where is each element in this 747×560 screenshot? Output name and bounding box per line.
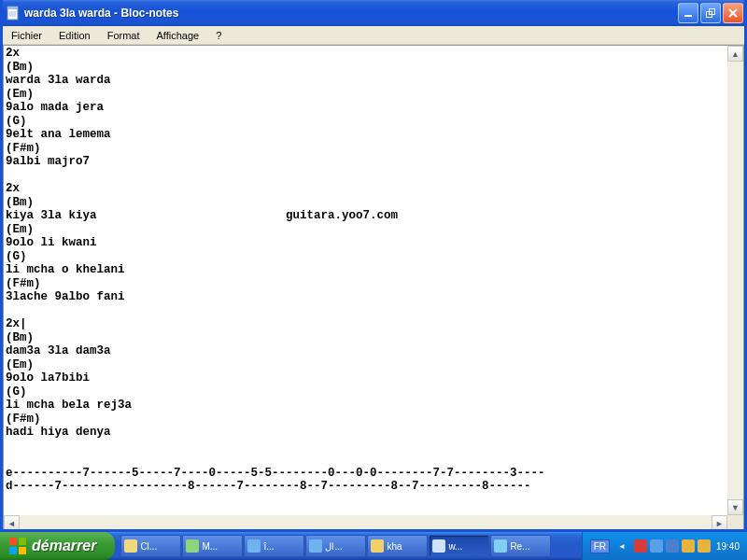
- menu-file[interactable]: Fichier: [4, 28, 49, 43]
- menubar: Fichier Edition Format Affichage ?: [0, 26, 747, 45]
- taskbar: démarrer Cl... M... î... ال... kha w... …: [0, 532, 747, 560]
- tray-icon[interactable]: [698, 539, 711, 553]
- start-label: démarrer: [32, 538, 96, 554]
- taskbar-item[interactable]: Re...: [490, 535, 551, 557]
- vertical-scrollbar[interactable]: ▲ ▼: [727, 46, 743, 515]
- system-tray: FR ◄ 19:40: [582, 532, 747, 560]
- menu-edit[interactable]: Edition: [51, 28, 98, 43]
- language-indicator[interactable]: FR: [590, 539, 610, 553]
- menu-help[interactable]: ?: [208, 28, 229, 43]
- scroll-down-button[interactable]: ▼: [727, 499, 743, 515]
- window-title: warda 3la warda - Bloc-notes: [24, 7, 678, 20]
- taskbar-item[interactable]: M...: [182, 535, 243, 557]
- client-area: 2x (Bm) warda 3la warda (Em) 9alo mada j…: [3, 45, 744, 532]
- menu-view[interactable]: Affichage: [149, 28, 207, 43]
- scroll-right-button[interactable]: ►: [712, 515, 727, 531]
- tray-icon[interactable]: [682, 539, 695, 553]
- windows-logo-icon: [9, 538, 26, 554]
- scroll-left-button[interactable]: ◄: [4, 515, 20, 531]
- window-titlebar: warda 3la warda - Bloc-notes: [0, 0, 747, 26]
- tray-expand-icon[interactable]: ◄: [615, 539, 628, 553]
- scroll-up-button[interactable]: ▲: [727, 46, 743, 62]
- minimize-button[interactable]: [678, 3, 698, 23]
- menu-format[interactable]: Format: [100, 28, 148, 43]
- svg-rect-1: [7, 7, 18, 9]
- text-editor[interactable]: 2x (Bm) warda 3la warda (Em) 9alo mada j…: [4, 46, 727, 515]
- svg-rect-5: [684, 15, 692, 17]
- taskbar-items: Cl... M... î... ال... kha w... Re...: [115, 532, 581, 560]
- taskbar-item[interactable]: Cl...: [120, 535, 181, 557]
- tray-icon[interactable]: [666, 539, 679, 553]
- horizontal-scrollbar[interactable]: ◄ ►: [4, 515, 727, 531]
- start-button[interactable]: démarrer: [0, 532, 115, 560]
- taskbar-item[interactable]: ال...: [305, 535, 366, 557]
- tray-icon[interactable]: [634, 539, 647, 553]
- taskbar-item[interactable]: î...: [244, 535, 304, 557]
- taskbar-item[interactable]: kha: [367, 535, 428, 557]
- scrollbar-corner: [727, 515, 743, 531]
- close-button[interactable]: [723, 3, 743, 23]
- tray-icon[interactable]: [650, 539, 663, 553]
- clock[interactable]: 19:40: [716, 541, 740, 552]
- maximize-button[interactable]: [700, 3, 721, 23]
- taskbar-item[interactable]: w...: [429, 535, 489, 557]
- notepad-icon: [6, 6, 21, 21]
- tray-icons: [634, 539, 711, 553]
